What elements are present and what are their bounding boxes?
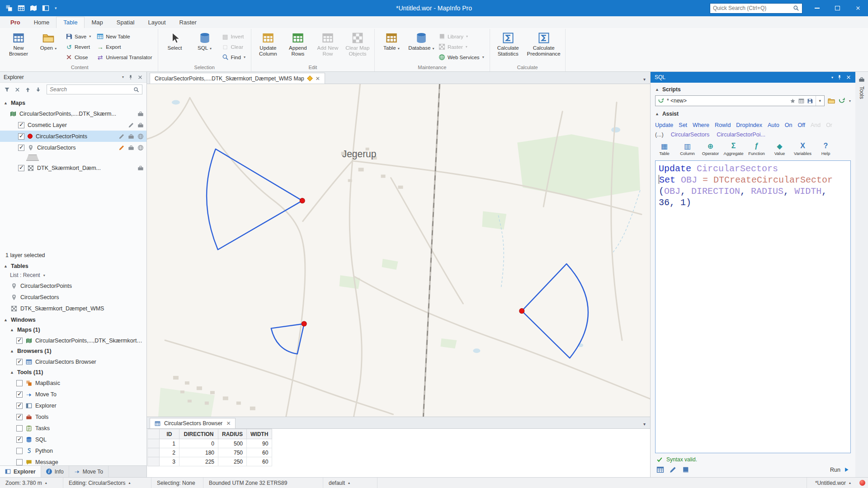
window-checkbox[interactable] [16,338,23,344]
layer-checkbox[interactable] [18,122,24,128]
toolbox-icon[interactable] [137,122,144,128]
new-table-button[interactable]: New Table [95,32,155,41]
layer-checkbox[interactable] [18,145,24,151]
row-selector[interactable] [148,448,160,457]
close-tab-icon[interactable]: ✕ [226,420,231,427]
bottom-tab-move-to[interactable]: Move To [69,466,108,477]
window-list-item[interactable]: Message [0,456,146,465]
tables-section-header[interactable]: ▲Tables [0,260,146,271]
web-services-button[interactable]: Web Services▾ [437,52,487,62]
assist-button-aggregate[interactable]: ΣAggregate [722,140,745,157]
zoom-range-icon[interactable] [137,145,144,151]
tab-map[interactable]: Map [85,17,109,28]
map-window[interactable]: Jegerup [147,84,650,417]
map-node[interactable]: CircularSectorPoints,....DTK_Skærm... [0,108,146,119]
browser-row[interactable]: 322525060 [148,457,272,466]
chevron-down-icon[interactable]: ▾ [639,77,650,84]
window-checkbox[interactable] [16,391,23,398]
tab-table[interactable]: Table [56,17,85,28]
calculate-statistics-button[interactable]: Calculate Statistics [492,30,524,62]
script-selector[interactable]: * <new> ▾ [655,95,825,106]
window-checkbox[interactable] [16,448,23,454]
clear-search-icon[interactable] [14,87,20,93]
tab-raster[interactable]: Raster [173,17,203,28]
map-window-icon[interactable] [30,5,37,12]
projection-status[interactable]: Bounded UTM Zone 32 ETRS89 [203,478,323,488]
window-list-item[interactable]: Tasks [0,422,146,434]
revert-button[interactable]: ↺Revert [64,42,94,52]
point-style-icon[interactable] [28,134,33,139]
layer-row-circularsectors[interactable]: CircularSectors [0,142,146,153]
grid-icon[interactable] [798,98,804,104]
window-checkbox[interactable] [16,414,23,420]
toolbox-icon[interactable] [137,111,144,117]
browser-window-icon[interactable] [18,5,25,12]
assist-button-help[interactable]: ?Help [815,140,837,157]
quick-search-input[interactable] [713,5,793,11]
pencil-icon[interactable] [128,122,134,128]
browser-row[interactable]: 1050090 [148,439,272,448]
pin-panel-icon[interactable] [128,75,133,80]
sql-button[interactable]: SQL ▾ [190,30,219,62]
window-checkbox[interactable] [16,403,23,409]
window-list-item[interactable]: Python [0,445,146,456]
arrow-down-icon[interactable] [35,87,41,93]
column-header[interactable]: WIDTH [247,429,272,439]
windows-section-header[interactable]: ▲Windows [0,314,146,325]
close-panel-icon[interactable] [846,75,851,80]
assist-button-variables[interactable]: XVariables [792,140,814,157]
window-list-item[interactable]: CircularSectorPoints,...,DTK_Skærmkort_D… [0,335,146,346]
column-header[interactable]: DIRECTION [179,429,218,439]
layer-row-wms[interactable]: DTK_Skærmkort_Dæm... [0,162,146,174]
maximize-button[interactable] [827,0,848,16]
assist-keyword[interactable]: On [785,122,793,128]
editing-status[interactable]: Editing: CircularSectors▴ [63,478,151,488]
find-button[interactable]: Find▾ [220,52,249,62]
quick-search-box[interactable] [710,3,802,14]
browser-document-tab[interactable]: CircularSectors Browser ✕ [150,418,236,428]
notification-indicator-icon[interactable] [859,480,865,486]
table-list-item[interactable]: CircularSectorPoints [0,280,146,291]
tables-list-filter[interactable]: List : Recent▾ [0,271,146,280]
window-list-item[interactable]: Explorer [0,400,146,411]
reload-script-icon[interactable] [838,97,845,104]
layer-checkbox[interactable] [18,165,24,171]
close-table-button[interactable]: Close [64,52,94,62]
layer-row-circularsectorpoints[interactable]: CircularSectorPoints [0,131,146,142]
chevron-down-icon[interactable]: ▾ [849,99,851,103]
browser-row[interactable]: 218075060 [148,448,272,457]
save-script-icon[interactable] [807,98,813,104]
assist-keyword[interactable]: Auto [768,122,779,128]
window-checkbox[interactable] [16,380,23,386]
open-script-folder-icon[interactable] [828,97,835,104]
browse-results-icon[interactable] [656,466,664,474]
customize-quick-access-icon[interactable]: ▾ [55,6,57,10]
arrow-up-icon[interactable] [25,87,31,93]
assist-button-column[interactable]: ▥Column [676,140,698,157]
edit-query-icon[interactable] [669,466,677,474]
assist-keyword[interactable]: RowId [715,122,731,128]
minimize-button[interactable] [807,0,827,16]
assist-keyword[interactable]: Update [655,122,673,128]
row-selector[interactable] [148,439,160,448]
layers-icon[interactable] [42,5,49,12]
star-icon[interactable] [790,98,796,104]
assist-section-header[interactable]: ▲Assist [651,107,855,119]
sector-point-2[interactable] [302,321,307,326]
tools-vertical-tab[interactable]: Tools [859,86,865,99]
row-selector[interactable] [148,457,160,466]
save-button[interactable]: Save▾ [64,32,94,41]
window-checkbox[interactable] [16,425,23,432]
export-button[interactable]: →Export [95,42,155,52]
sql-editor-code[interactable]: Update CircularSectorsSet OBJ = DTCreate… [659,163,847,208]
pin-panel-icon[interactable] [837,75,842,80]
window-list-item[interactable]: CircularSectors Browser [0,356,146,367]
open-button[interactable]: Open ▾ [34,30,63,62]
close-button[interactable] [848,0,868,16]
document-status[interactable]: *Untitled.wor▴ [810,478,856,488]
close-tab-icon[interactable]: ✕ [316,75,320,82]
maps-section-header[interactable]: ▲Maps [0,97,146,108]
region-style-icon[interactable] [28,145,34,151]
column-header[interactable]: ID [160,429,179,439]
column-header[interactable]: RADIUS [218,429,247,439]
